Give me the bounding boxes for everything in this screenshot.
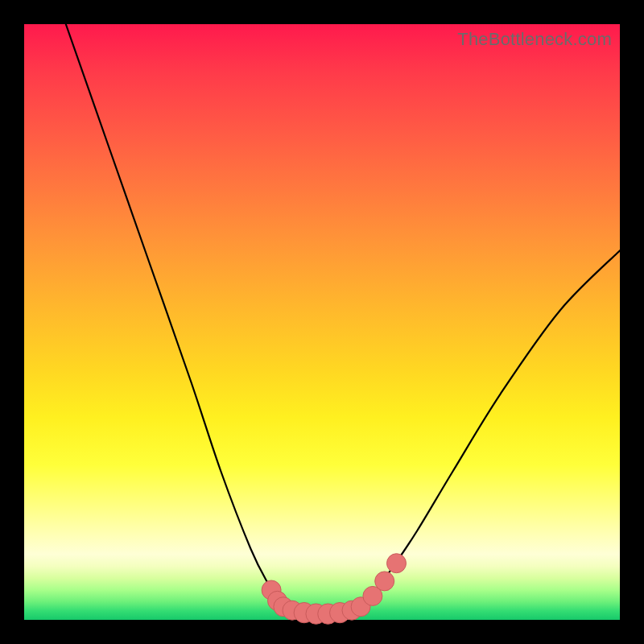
curve-svg	[24, 24, 620, 620]
curve-markers	[262, 554, 406, 625]
curve-marker	[387, 554, 407, 573]
plot-area: TheBottleneck.com	[24, 24, 620, 620]
curve-marker	[375, 572, 394, 591]
chart-stage: TheBottleneck.com	[0, 0, 644, 644]
bottleneck-curve	[66, 24, 620, 614]
